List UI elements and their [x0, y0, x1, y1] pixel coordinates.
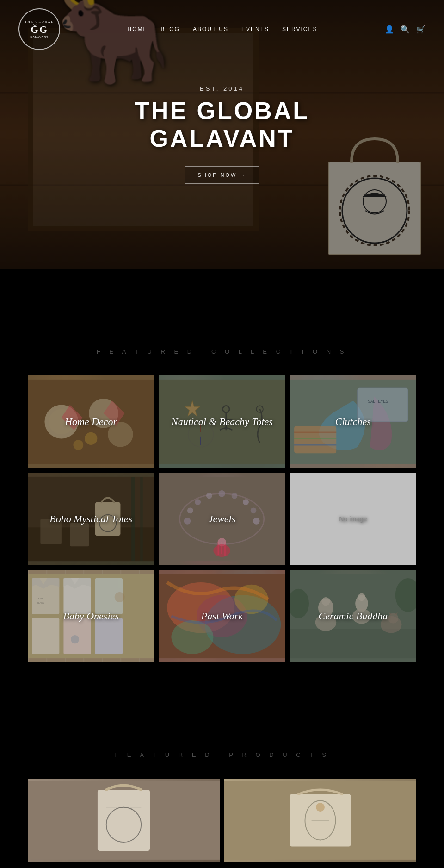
product-item-2[interactable]	[224, 779, 416, 862]
shop-now-button[interactable]: SHOP NOW →	[185, 166, 260, 184]
clutches-overlay: Clutches	[290, 375, 416, 468]
hero-content: EST. 2014 THE GLOBAL GALAVANT SHOP NOW →	[111, 85, 333, 184]
collection-home-decor[interactable]: Home Decor	[28, 375, 154, 468]
collection-clutches[interactable]: SALT EYES Clutches	[290, 375, 416, 468]
home-decor-overlay: Home Decor	[28, 375, 154, 468]
nav-home[interactable]: HOME	[128, 26, 148, 32]
noimage-label: No image	[335, 512, 370, 526]
collection-no-image[interactable]: No image	[290, 473, 416, 565]
featured-collections-section: F e a t u r e d C o l l e c t i o n s	[0, 306, 444, 690]
product-item-1[interactable]	[28, 779, 220, 862]
pastwork-overlay: Past Work	[159, 570, 285, 662]
products-heading: F e a t u r e d P r o d u c t s	[28, 746, 416, 760]
nautical-overlay: Nautical & Beachy Totes	[159, 375, 285, 468]
logo-bottom-text: GALAVANT	[30, 36, 49, 38]
home-decor-label: Home Decor	[61, 412, 121, 431]
logo-top-text: THE GLOBAL	[25, 20, 54, 24]
nautical-label: Nautical & Beachy Totes	[167, 412, 277, 431]
baby-overlay: Baby Onesies	[28, 570, 154, 662]
collection-baby-onesies[interactable]: CAN BEARS Baby Onesies	[28, 570, 154, 662]
jewels-label: Jewels	[205, 509, 240, 529]
site-logo[interactable]: THE GLOBAL ĞG GALAVANT	[18, 8, 60, 50]
cart-icon[interactable]: 🛒	[416, 25, 426, 34]
products-grid	[28, 779, 416, 862]
pastwork-label: Past Work	[197, 606, 247, 626]
logo-letters: ĞG	[31, 24, 48, 36]
noimage-overlay: No image	[290, 473, 416, 565]
hero-est: EST. 2014	[111, 85, 333, 92]
nav-events[interactable]: EVENTS	[241, 26, 269, 32]
baby-label: Baby Onesies	[59, 606, 122, 626]
collection-jewels[interactable]: Jewels	[159, 473, 285, 565]
clutches-label: Clutches	[332, 412, 375, 431]
arrow-icon: →	[240, 172, 246, 178]
collection-ceramic-buddha[interactable]: Ceramic Buddha	[290, 570, 416, 662]
ceramic-label: Ceramic Buddha	[314, 606, 391, 626]
jewels-overlay: Jewels	[159, 473, 285, 565]
header-icons: 👤 🔍 🛒	[385, 25, 426, 34]
boho-label: Boho Mystical Totes	[46, 509, 136, 529]
featured-collections-title: F e a t u r e d C o l l e c t i o n s	[28, 343, 416, 357]
nav-services[interactable]: SERVICES	[282, 26, 317, 32]
nav-about[interactable]: ABOUT US	[193, 26, 228, 32]
featured-products-title: F e a t u r e d P r o d u c t s	[28, 746, 416, 760]
collection-boho-totes[interactable]: Boho Mystical Totes	[28, 473, 154, 565]
boho-overlay: Boho Mystical Totes	[28, 473, 154, 565]
collection-past-work[interactable]: Past Work	[159, 570, 285, 662]
search-icon[interactable]: 🔍	[401, 25, 410, 34]
hero-title: THE GLOBAL GALAVANT	[111, 97, 333, 152]
user-icon[interactable]: 👤	[385, 25, 394, 34]
nav-blog[interactable]: BLOG	[161, 26, 180, 32]
ceramic-overlay: Ceramic Buddha	[290, 570, 416, 662]
shop-now-label: SHOP NOW	[198, 172, 237, 178]
main-nav: HOME BLOG ABOUT US EVENTS SERVICES	[128, 26, 318, 32]
svg-point-102	[316, 803, 325, 812]
collections-grid: Home Decor	[28, 375, 416, 662]
featured-products-section: F e a t u r e d P r o d u c t s	[0, 718, 444, 868]
collections-heading: F e a t u r e d C o l l e c t i o n s	[28, 343, 416, 357]
collection-nautical-totes[interactable]: Nautical & Beachy Totes	[159, 375, 285, 468]
